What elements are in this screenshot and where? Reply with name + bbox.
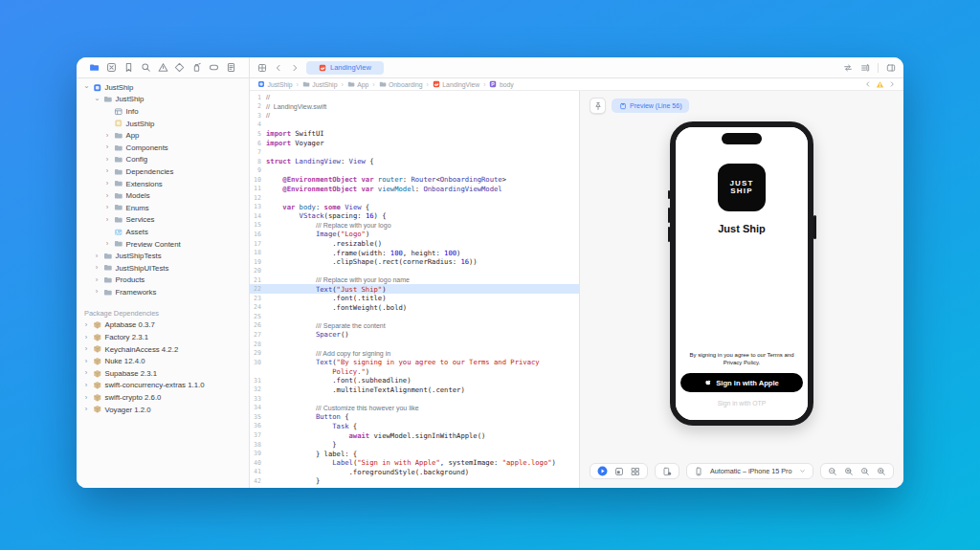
code-line-24[interactable]: 24 .fontWeight(.bold) — [250, 303, 579, 313]
disclosure-chevron[interactable]: › — [103, 192, 111, 200]
tree-item-models[interactable]: ›Models — [77, 189, 249, 202]
tree-item-justship[interactable]: ›JustShip — [77, 94, 249, 106]
forward-chevron-icon[interactable] — [888, 80, 896, 88]
code-line-18[interactable]: 18 .frame(width: 100, height: 100) — [250, 248, 579, 257]
code-line-31[interactable]: 31 .font(.subheadline) — [250, 376, 579, 385]
preview-badge[interactable]: Preview (Line 56) — [612, 99, 689, 113]
package-item[interactable]: ›KeychainAccess 4.2.2 — [77, 343, 249, 356]
code-line-32[interactable]: 32 .multilineTextAlignment(.center) — [250, 385, 579, 395]
line-number[interactable]: 9 — [250, 166, 266, 174]
breadcrumb-item[interactable]: LandingView — [433, 80, 479, 88]
line-number[interactable]: 24 — [250, 303, 266, 311]
code-line-39[interactable]: 39 } label: { — [250, 449, 579, 458]
disclosure-chevron[interactable]: › — [82, 406, 90, 413]
disclosure-chevron[interactable]: › — [103, 132, 111, 140]
disclosure-chevron[interactable]: › — [103, 143, 111, 151]
disclosure-chevron[interactable]: › — [103, 167, 111, 175]
code-line-13[interactable]: 13 var body: some View { — [250, 203, 579, 212]
line-number[interactable]: 42 — [250, 477, 266, 485]
code-line-42[interactable]: 42 } — [250, 476, 579, 486]
device-settings-button[interactable] — [655, 463, 679, 479]
tree-item-config[interactable]: ›Config — [77, 154, 249, 166]
back-chevron-icon[interactable] — [274, 63, 283, 73]
zoom-out-icon[interactable] — [828, 467, 837, 476]
code-line-2[interactable]: 2// LandingView.swift — [250, 102, 579, 112]
code-line-17[interactable]: 17 .resizable() — [250, 239, 579, 249]
disclosure-chevron[interactable]: › — [93, 276, 100, 284]
line-number[interactable]: 2 — [250, 102, 266, 110]
disclosure-chevron[interactable]: › — [93, 264, 100, 272]
inspector-list-icon[interactable] — [860, 63, 870, 73]
line-number[interactable]: 15 — [250, 221, 266, 229]
code-line-15[interactable]: 15 /// Replace with your logo — [250, 221, 579, 231]
disclosure-chevron[interactable]: › — [82, 358, 90, 365]
package-item[interactable]: ›Voyager 1.2.0 — [77, 404, 249, 416]
code-line-9[interactable]: 9 — [250, 165, 579, 175]
disclosure-chevron[interactable]: › — [82, 369, 90, 377]
find-icon[interactable] — [141, 62, 151, 73]
code-line-20[interactable]: 20 — [250, 266, 579, 275]
code-line-29[interactable]: 29 /// Add copy for signing in — [250, 348, 579, 358]
breadcrumb-item[interactable]: JustShip — [302, 80, 338, 88]
variants-icon[interactable] — [631, 467, 640, 476]
line-number[interactable]: 26 — [250, 321, 266, 329]
back-chevron-icon[interactable] — [864, 80, 872, 88]
code-editor[interactable]: 1//2// LandingView.swift3//45import Swif… — [250, 91, 580, 488]
sign-in-with-otp-link[interactable]: Sign in with OTP — [718, 400, 767, 407]
sign-in-with-apple-button[interactable]: Sign in with Apple — [680, 373, 803, 392]
code-line-36[interactable]: 36 Task { — [250, 422, 579, 431]
package-item[interactable]: ›Supabase 2.3.1 — [77, 367, 249, 380]
line-number[interactable]: 5 — [250, 130, 266, 138]
code-line-14[interactable]: 14 VStack(spacing: 16) { — [250, 211, 579, 221]
forward-chevron-icon[interactable] — [290, 63, 300, 73]
code-line-3[interactable]: 3// — [250, 111, 579, 121]
disclosure-chevron[interactable]: › — [82, 334, 90, 341]
tree-item-justshiptests[interactable]: ›JustShipTests — [77, 250, 249, 262]
tree-item-services[interactable]: ›Services — [77, 214, 249, 227]
tree-item-frameworks[interactable]: ›Frameworks — [77, 286, 249, 298]
code-line-8[interactable]: 8struct LandingView: View { — [250, 157, 579, 166]
line-number[interactable]: 30 — [250, 359, 266, 366]
line-number[interactable]: 34 — [250, 404, 266, 411]
disclosure-chevron[interactable]: › — [103, 240, 111, 248]
package-item[interactable]: ›swift-concurrency-extras 1.1.0 — [77, 380, 249, 392]
disclosure-chevron[interactable]: › — [103, 216, 111, 224]
line-number[interactable]: 28 — [250, 341, 266, 348]
code-line-40[interactable]: 40 Label("Sign in with Apple", systemIma… — [250, 458, 579, 468]
line-number[interactable]: 27 — [250, 331, 266, 339]
tree-item-extensions[interactable]: ›Extensions — [77, 178, 249, 190]
line-number[interactable]: 11 — [250, 185, 266, 192]
disclosure-chevron[interactable]: › — [103, 204, 111, 211]
device-dropdown[interactable]: Automatic – iPhone 15 Pro — [686, 463, 813, 479]
tree-item-dependencies[interactable]: ›Dependencies — [77, 165, 249, 178]
code-line-wrap[interactable]: Policy.") — [250, 366, 579, 376]
code-line-25[interactable]: 25 — [250, 312, 579, 321]
code-line-37[interactable]: 37 await viewModel.signInWithApple() — [250, 430, 579, 440]
tree-item-app[interactable]: ›App — [77, 129, 249, 142]
code-line-4[interactable]: 4 — [250, 121, 579, 130]
code-line-34[interactable]: 34 /// Customize this however you like — [250, 404, 579, 413]
disclosure-chevron[interactable]: › — [93, 288, 100, 296]
tree-item-preview-content[interactable]: ›Preview Content — [77, 238, 249, 251]
line-number[interactable]: 3 — [250, 112, 266, 120]
line-number[interactable]: 6 — [250, 140, 266, 147]
disclosure-chevron[interactable]: › — [93, 253, 100, 260]
code-line-26[interactable]: 26 /// Separate the content — [250, 321, 579, 331]
line-number[interactable]: 12 — [250, 194, 266, 202]
breakpoints-icon[interactable] — [209, 62, 219, 73]
project-navigator-icon[interactable] — [89, 62, 100, 73]
package-item[interactable]: ›Nuke 12.4.0 — [77, 355, 249, 367]
issues-icon[interactable] — [158, 62, 168, 73]
line-number[interactable]: 22 — [250, 285, 266, 293]
tree-item-justshipuitests[interactable]: ›JustShipUITests — [77, 262, 249, 275]
line-number[interactable]: 19 — [250, 258, 266, 266]
code-line-23[interactable]: 23 .font(.title) — [250, 294, 579, 303]
reports-icon[interactable] — [226, 62, 236, 73]
line-number[interactable]: 38 — [250, 441, 266, 449]
bookmarks-icon[interactable] — [123, 62, 134, 73]
line-number[interactable]: 40 — [250, 459, 266, 467]
code-line-35[interactable]: 35 Button { — [250, 412, 579, 422]
panel-right-icon[interactable] — [886, 63, 896, 73]
line-number[interactable]: 29 — [250, 349, 266, 357]
line-number[interactable]: 8 — [250, 158, 266, 165]
